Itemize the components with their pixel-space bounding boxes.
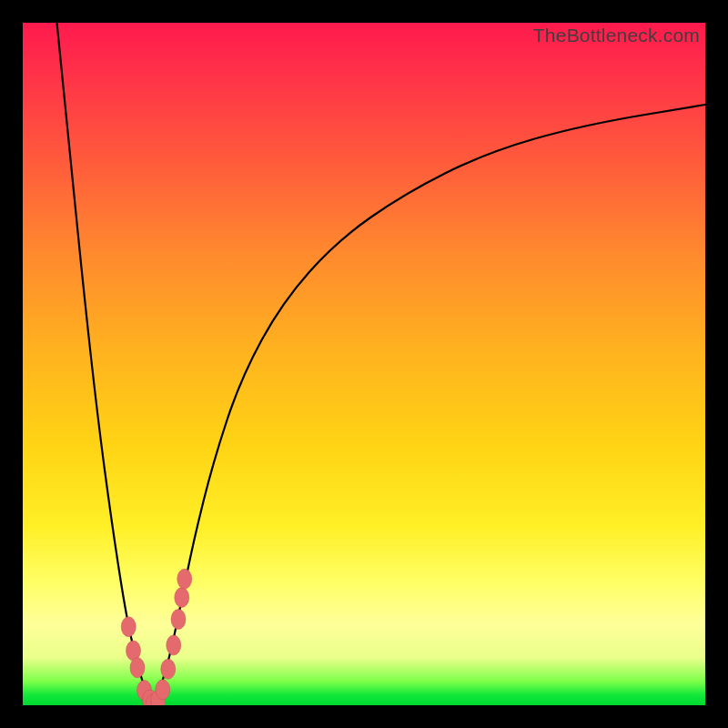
curve-marker (161, 659, 176, 679)
curve-marker (121, 617, 136, 637)
chart-svg (23, 23, 705, 705)
bottleneck-curve (57, 23, 706, 702)
curve-marker (130, 658, 145, 678)
curve-marker (156, 680, 170, 700)
curve-marker (171, 610, 186, 630)
chart-frame: TheBottleneck.com (0, 0, 728, 728)
curve-marker (177, 569, 192, 589)
plot-area: TheBottleneck.com (23, 23, 705, 705)
curve-marker (175, 588, 189, 608)
curve-marker (167, 635, 181, 655)
watermark-text: TheBottleneck.com (533, 25, 700, 46)
